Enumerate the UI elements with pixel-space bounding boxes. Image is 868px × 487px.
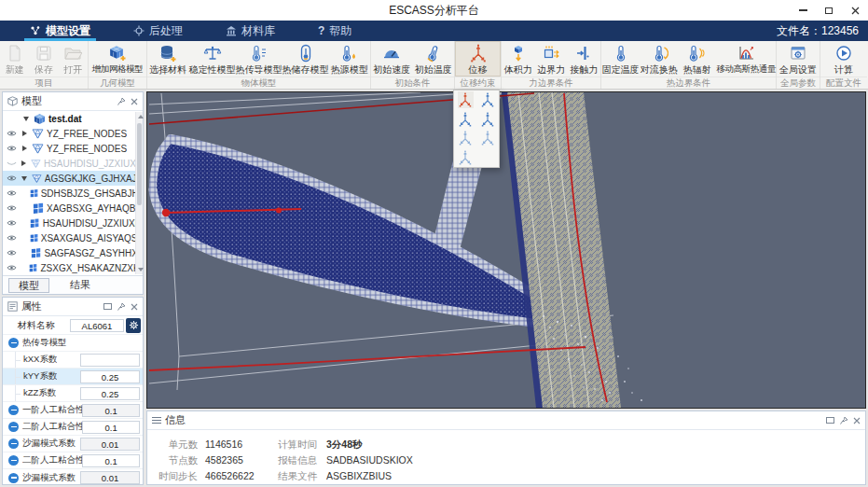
tree-item[interactable]: YZ_FREE_NODES (3, 141, 143, 156)
heat-source-button[interactable]: 热源模型 (329, 41, 371, 77)
viewport-3d[interactable] (146, 91, 866, 409)
material-name-field[interactable]: AL6061 (70, 319, 124, 332)
close-panel-icon[interactable] (131, 98, 138, 105)
boundary-force-button[interactable]: 边界力 (534, 41, 567, 77)
close-panel-icon[interactable] (131, 303, 138, 311)
tab-postprocess[interactable]: 后处理 (133, 21, 183, 41)
collapse-icon[interactable] (8, 422, 19, 432)
pin-icon[interactable] (839, 416, 848, 425)
close-panel-icon[interactable] (853, 417, 861, 424)
toolbar-group-geometry: 增加网格模型 几何模型 (89, 41, 147, 89)
tree-item-selected[interactable]: AGSGKJKG_GJHXAJKHXA (3, 171, 143, 186)
global-settings-button[interactable]: 全局设置 (777, 41, 820, 77)
material-settings-button[interactable] (126, 318, 141, 333)
scroll-up-icon[interactable] (138, 115, 144, 118)
displacement-type-icon[interactable] (458, 111, 474, 128)
tree-item[interactable]: HSAUHDISU_JZXIUXHAHX (3, 216, 143, 230)
displacement-xyz-icon-selected[interactable] (458, 91, 474, 108)
displacement-button[interactable]: 位移 (455, 41, 501, 77)
button-label: 位移 (469, 63, 488, 77)
pin-icon[interactable] (117, 302, 126, 312)
collapse-icon[interactable] (8, 338, 19, 348)
visibility-eye-icon[interactable] (7, 234, 17, 242)
collapse-icon[interactable] (8, 455, 19, 466)
visibility-eye-icon[interactable] (7, 249, 17, 257)
toolbar-group-global: 全局设置 全局参数 (777, 41, 820, 89)
float-panel-icon[interactable] (826, 417, 834, 424)
convection-button[interactable]: 对流换热 (640, 41, 678, 77)
tab-model-settings[interactable]: 模型设置 (30, 21, 90, 41)
visibility-eye-icon[interactable] (7, 264, 17, 271)
displacement-type-icon[interactable] (458, 130, 474, 146)
tree-item[interactable]: SDHSBJZS_GHSABJHB_ZAHU (3, 186, 143, 201)
add-mesh-model-button[interactable]: 增加网格模型 (89, 41, 146, 77)
maximize-button[interactable] (816, 0, 842, 21)
new-button[interactable]: 新建 (0, 41, 29, 77)
tree-scrollbar[interactable] (135, 112, 143, 274)
heat-storage-button[interactable]: 热储存模型 (282, 41, 329, 77)
save-button[interactable]: 保存 (29, 41, 58, 77)
value-field[interactable]: 0.01 (80, 438, 140, 451)
tree-root-item[interactable]: test.dat (3, 111, 143, 126)
visibility-eye-off-icon[interactable] (7, 160, 17, 167)
close-button[interactable] (842, 0, 868, 21)
fixed-temperature-button[interactable]: 固定温度 (601, 41, 640, 77)
tree-item[interactable]: ZSXGX_HSAKAZNZXK_AMASX (3, 260, 143, 275)
open-button[interactable]: 打开 (59, 41, 88, 77)
displacement-type-icon[interactable] (480, 91, 496, 108)
chevron-down-icon[interactable] (21, 176, 27, 181)
tree-item[interactable]: YZ_FREE_NODES (3, 126, 143, 141)
compute-button[interactable]: 计算 (820, 41, 867, 77)
chevron-down-icon[interactable] (23, 117, 29, 121)
visibility-eye-icon[interactable] (7, 130, 18, 137)
heat-conduction-button[interactable]: 热传导模型 (236, 41, 282, 77)
displacement-type-icon[interactable] (480, 130, 496, 146)
chevron-right-icon[interactable] (22, 131, 27, 136)
pin-icon[interactable] (117, 97, 126, 106)
displacement-type-icon[interactable] (458, 149, 474, 166)
tab-material-library[interactable]: 材料库 (226, 21, 275, 41)
displacement-type-icon[interactable] (480, 111, 496, 128)
contact-force-button[interactable]: 接触力 (568, 41, 600, 77)
collapse-icon[interactable] (8, 405, 19, 415)
select-material-button[interactable]: 选择材料 (147, 41, 189, 77)
kyy-field[interactable]: 0.25 (80, 370, 140, 383)
scroll-down-icon[interactable] (138, 268, 144, 271)
tab-help[interactable]: ? 帮助 (318, 21, 351, 41)
initial-velocity-button[interactable]: 初始速度 (371, 41, 413, 77)
value-field[interactable]: 0.1 (82, 404, 140, 417)
body-force-button[interactable]: 体积力 (502, 41, 534, 77)
tab-model[interactable]: 模型 (8, 278, 49, 293)
kzz-field[interactable]: 0.25 (80, 387, 140, 400)
visibility-eye-icon[interactable] (7, 204, 18, 212)
float-panel-icon[interactable] (103, 303, 112, 310)
tree-item[interactable]: XAGBSXG_AYHAQBJ (3, 201, 143, 216)
chevron-right-icon[interactable] (22, 146, 27, 151)
visibility-eye-icon[interactable] (7, 189, 17, 197)
collapse-icon[interactable] (8, 438, 19, 449)
initial-temperature-button[interactable]: 初始温度 (413, 41, 455, 77)
minimize-button[interactable] (790, 0, 816, 21)
value-field[interactable]: 0.1 (82, 454, 140, 467)
viewport-canvas[interactable] (147, 92, 865, 408)
panel-title: 信息 (165, 413, 186, 427)
tree-item[interactable]: XSAXGAUS_AISYAQSH_ASHX (3, 230, 143, 245)
value-field[interactable]: 0.1 (82, 421, 140, 434)
kxx-field[interactable] (80, 354, 140, 367)
moving-gauss-flux-button[interactable]: 移动高斯热通量 (716, 41, 776, 77)
property-group-row[interactable]: 热传导模型 (3, 335, 143, 352)
visibility-eye-icon[interactable] (7, 174, 17, 182)
chevron-right-icon[interactable] (21, 160, 26, 166)
model-tree-panel: 模型 test.dat YZ_FREE_NODES (2, 91, 144, 295)
scrollbar-thumb[interactable] (137, 123, 142, 205)
tree-item[interactable]: SAGFASGZ_ASYHHXSN (3, 245, 143, 260)
collapse-icon[interactable] (8, 473, 19, 483)
visibility-eye-icon[interactable] (7, 219, 17, 227)
visibility-eye-icon[interactable] (7, 145, 18, 152)
initial-temperature-icon (424, 44, 443, 63)
tab-result[interactable]: 结果 (61, 278, 100, 292)
value-field[interactable]: 0.01 (80, 471, 140, 484)
radiation-button[interactable]: 热辐射 (678, 41, 716, 77)
stability-model-button[interactable]: 稳定性模型 (189, 41, 236, 77)
tree-item-hidden[interactable]: HSAUHDISU_JZXIUXHAHX (3, 156, 143, 171)
